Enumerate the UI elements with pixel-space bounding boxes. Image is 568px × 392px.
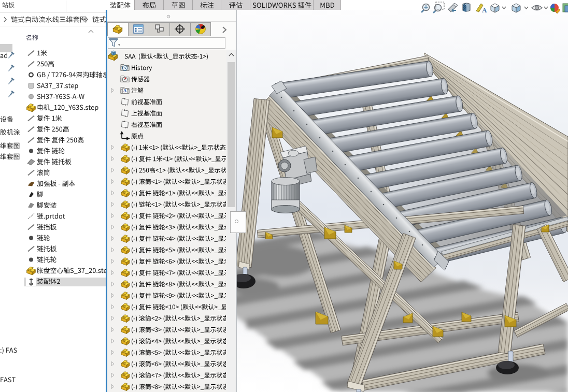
svg-text:A: A bbox=[123, 88, 127, 93]
svg-text:A: A bbox=[482, 6, 487, 14]
